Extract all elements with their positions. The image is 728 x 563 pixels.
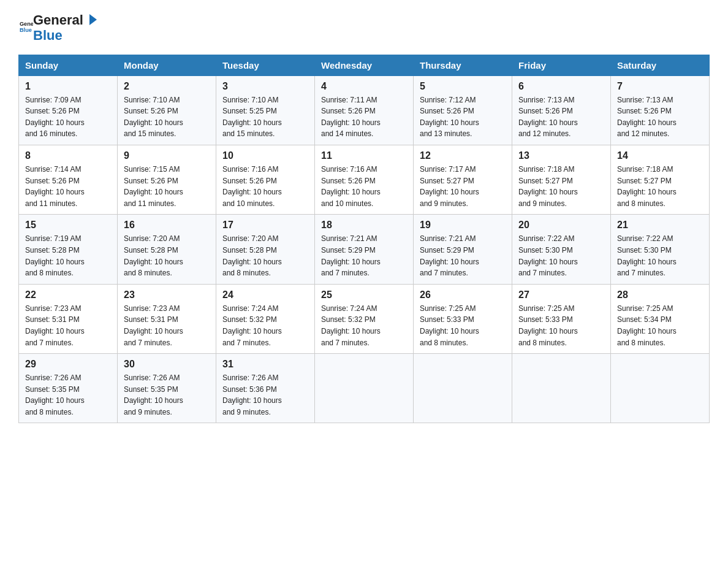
day-info: Sunrise: 7:10 AMSunset: 5:26 PMDaylight:… [124, 96, 183, 139]
day-info: Sunrise: 7:25 AMSunset: 5:33 PMDaylight:… [518, 304, 578, 347]
day-number: 4 [321, 81, 407, 92]
day-number: 21 [617, 220, 703, 231]
day-number: 24 [222, 289, 308, 301]
day-info: Sunrise: 7:16 AMSunset: 5:26 PMDaylight:… [222, 165, 282, 208]
day-cell: 10 Sunrise: 7:16 AMSunset: 5:26 PMDaylig… [216, 145, 315, 214]
day-info: Sunrise: 7:19 AMSunset: 5:28 PMDaylight:… [25, 234, 85, 277]
day-cell: 25 Sunrise: 7:24 AMSunset: 5:32 PMDaylig… [315, 284, 414, 353]
day-cell: 29 Sunrise: 7:26 AMSunset: 5:35 PMDaylig… [19, 354, 118, 423]
day-info: Sunrise: 7:11 AMSunset: 5:26 PMDaylight:… [321, 96, 381, 139]
day-info: Sunrise: 7:15 AMSunset: 5:26 PMDaylight:… [124, 165, 183, 208]
day-info: Sunrise: 7:13 AMSunset: 5:26 PMDaylight:… [518, 96, 578, 139]
day-number: 5 [420, 81, 506, 92]
day-cell [512, 354, 611, 423]
svg-text:Blue: Blue [20, 27, 32, 33]
day-info: Sunrise: 7:18 AMSunset: 5:27 PMDaylight:… [617, 165, 677, 208]
day-cell: 8 Sunrise: 7:14 AMSunset: 5:26 PMDayligh… [19, 145, 118, 214]
logo: General Blue General Blue [18, 12, 99, 44]
day-info: Sunrise: 7:22 AMSunset: 5:30 PMDaylight:… [518, 234, 578, 277]
day-info: Sunrise: 7:24 AMSunset: 5:32 PMDaylight:… [222, 304, 282, 347]
day-number: 18 [321, 220, 407, 231]
day-number: 22 [25, 289, 111, 301]
day-cell: 19 Sunrise: 7:21 AMSunset: 5:29 PMDaylig… [414, 215, 512, 284]
day-cell: 24 Sunrise: 7:24 AMSunset: 5:32 PMDaylig… [216, 284, 315, 353]
day-cell: 2 Sunrise: 7:10 AMSunset: 5:26 PMDayligh… [118, 75, 216, 145]
day-number: 14 [617, 150, 703, 161]
day-number: 26 [420, 289, 506, 301]
day-cell: 28 Sunrise: 7:25 AMSunset: 5:34 PMDaylig… [611, 284, 710, 353]
day-cell: 22 Sunrise: 7:23 AMSunset: 5:31 PMDaylig… [19, 284, 118, 353]
day-cell: 20 Sunrise: 7:22 AMSunset: 5:30 PMDaylig… [512, 215, 611, 284]
header-tuesday: Tuesday [216, 55, 315, 75]
day-cell: 21 Sunrise: 7:22 AMSunset: 5:30 PMDaylig… [611, 215, 710, 284]
day-info: Sunrise: 7:23 AMSunset: 5:31 PMDaylight:… [124, 304, 183, 347]
day-info: Sunrise: 7:26 AMSunset: 5:36 PMDaylight:… [222, 373, 282, 416]
header-sunday: Sunday [19, 55, 118, 75]
day-number: 13 [518, 150, 604, 161]
day-info: Sunrise: 7:10 AMSunset: 5:25 PMDaylight:… [222, 96, 282, 139]
day-cell: 26 Sunrise: 7:25 AMSunset: 5:33 PMDaylig… [414, 284, 512, 353]
day-cell: 7 Sunrise: 7:13 AMSunset: 5:26 PMDayligh… [611, 75, 710, 145]
day-number: 31 [222, 359, 308, 370]
header-wednesday: Wednesday [315, 55, 414, 75]
day-info: Sunrise: 7:24 AMSunset: 5:32 PMDaylight:… [321, 304, 381, 347]
day-number: 2 [124, 81, 210, 92]
page-header: General Blue General Blue [18, 12, 710, 44]
day-number: 29 [25, 359, 111, 370]
day-number: 16 [124, 220, 210, 231]
day-info: Sunrise: 7:26 AMSunset: 5:35 PMDaylight:… [124, 373, 183, 416]
day-cell: 14 Sunrise: 7:18 AMSunset: 5:27 PMDaylig… [611, 145, 710, 214]
day-number: 7 [617, 81, 703, 92]
header-thursday: Thursday [414, 55, 512, 75]
day-cell: 13 Sunrise: 7:18 AMSunset: 5:27 PMDaylig… [512, 145, 611, 214]
day-cell: 5 Sunrise: 7:12 AMSunset: 5:26 PMDayligh… [414, 75, 512, 145]
calendar-table: Sunday Monday Tuesday Wednesday Thursday… [18, 55, 710, 424]
day-info: Sunrise: 7:25 AMSunset: 5:33 PMDaylight:… [420, 304, 479, 347]
week-row-5: 29 Sunrise: 7:26 AMSunset: 5:35 PMDaylig… [19, 354, 710, 423]
day-info: Sunrise: 7:20 AMSunset: 5:28 PMDaylight:… [124, 234, 183, 277]
day-cell: 17 Sunrise: 7:20 AMSunset: 5:28 PMDaylig… [216, 215, 315, 284]
week-row-2: 8 Sunrise: 7:14 AMSunset: 5:26 PMDayligh… [19, 145, 710, 214]
day-number: 30 [124, 359, 210, 370]
day-cell: 15 Sunrise: 7:19 AMSunset: 5:28 PMDaylig… [19, 215, 118, 284]
logo-triangle-icon [83, 12, 99, 28]
svg-text:General: General [20, 21, 33, 27]
day-cell: 18 Sunrise: 7:21 AMSunset: 5:29 PMDaylig… [315, 215, 414, 284]
day-cell: 6 Sunrise: 7:13 AMSunset: 5:26 PMDayligh… [512, 75, 611, 145]
day-number: 27 [518, 289, 604, 301]
header-saturday: Saturday [611, 55, 710, 75]
day-cell: 9 Sunrise: 7:15 AMSunset: 5:26 PMDayligh… [118, 145, 216, 214]
day-cell [611, 354, 710, 423]
day-number: 11 [321, 150, 407, 161]
day-cell: 30 Sunrise: 7:26 AMSunset: 5:35 PMDaylig… [118, 354, 216, 423]
day-cell: 1 Sunrise: 7:09 AMSunset: 5:26 PMDayligh… [19, 75, 118, 145]
day-info: Sunrise: 7:26 AMSunset: 5:35 PMDaylight:… [25, 373, 85, 416]
day-info: Sunrise: 7:09 AMSunset: 5:26 PMDaylight:… [25, 96, 85, 139]
header-friday: Friday [512, 55, 611, 75]
day-info: Sunrise: 7:17 AMSunset: 5:27 PMDaylight:… [420, 165, 479, 208]
day-info: Sunrise: 7:13 AMSunset: 5:26 PMDaylight:… [617, 96, 677, 139]
day-cell: 16 Sunrise: 7:20 AMSunset: 5:28 PMDaylig… [118, 215, 216, 284]
day-info: Sunrise: 7:23 AMSunset: 5:31 PMDaylight:… [25, 304, 85, 347]
day-info: Sunrise: 7:25 AMSunset: 5:34 PMDaylight:… [617, 304, 677, 347]
day-cell: 12 Sunrise: 7:17 AMSunset: 5:27 PMDaylig… [414, 145, 512, 214]
svg-marker-2 [89, 14, 97, 25]
day-cell: 11 Sunrise: 7:16 AMSunset: 5:26 PMDaylig… [315, 145, 414, 214]
day-cell [315, 354, 414, 423]
day-number: 3 [222, 81, 308, 92]
day-info: Sunrise: 7:16 AMSunset: 5:26 PMDaylight:… [321, 165, 381, 208]
day-number: 19 [420, 220, 506, 231]
day-number: 15 [25, 220, 111, 231]
week-row-4: 22 Sunrise: 7:23 AMSunset: 5:31 PMDaylig… [19, 284, 710, 353]
day-cell: 31 Sunrise: 7:26 AMSunset: 5:36 PMDaylig… [216, 354, 315, 423]
day-cell [414, 354, 512, 423]
day-number: 9 [124, 150, 210, 161]
day-number: 6 [518, 81, 604, 92]
day-cell: 23 Sunrise: 7:23 AMSunset: 5:31 PMDaylig… [118, 284, 216, 353]
week-row-1: 1 Sunrise: 7:09 AMSunset: 5:26 PMDayligh… [19, 75, 710, 145]
calendar-body: 1 Sunrise: 7:09 AMSunset: 5:26 PMDayligh… [19, 75, 710, 423]
logo-blue-text: Blue [33, 28, 63, 43]
day-number: 1 [25, 81, 111, 92]
day-number: 20 [518, 220, 604, 231]
day-info: Sunrise: 7:18 AMSunset: 5:27 PMDaylight:… [518, 165, 578, 208]
